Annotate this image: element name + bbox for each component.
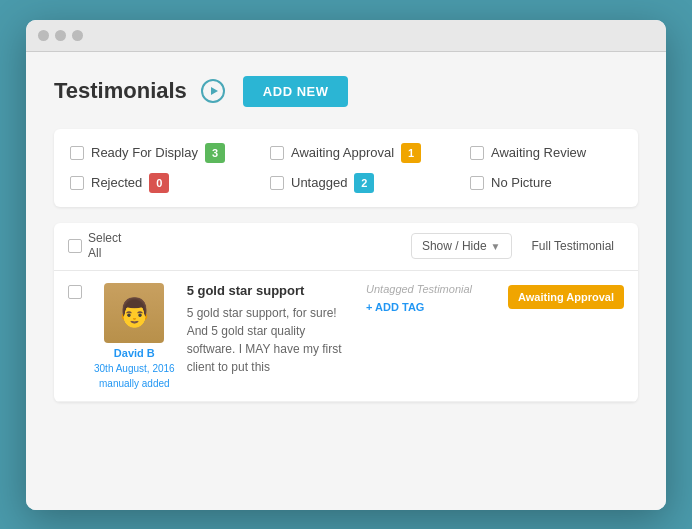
filter-ready-checkbox[interactable] (70, 146, 84, 160)
show-hide-label: Show / Hide (422, 239, 487, 253)
filter-rejected-label: Rejected (91, 175, 142, 190)
filter-untagged-badge: 2 (354, 173, 374, 193)
filter-rejected-checkbox[interactable] (70, 176, 84, 190)
filter-nopicture-label: No Picture (491, 175, 552, 190)
filter-review-label: Awaiting Review (491, 145, 586, 160)
svg-marker-1 (211, 87, 218, 95)
play-icon[interactable] (201, 79, 225, 103)
filter-review[interactable]: Awaiting Review (470, 145, 666, 160)
untagged-label: Untagged Testimonial (366, 283, 496, 295)
filter-awaiting-badge: 1 (401, 143, 421, 163)
add-tag-button[interactable]: + ADD TAG (366, 301, 496, 313)
select-all-checkbox[interactable] (68, 239, 82, 253)
filter-untagged-label: Untagged (291, 175, 347, 190)
row-checkbox[interactable] (68, 285, 82, 299)
filter-awaiting-label: Awaiting Approval (291, 145, 394, 160)
dot-red (38, 30, 49, 41)
testimonial-body: 5 gold star support, for sure! And 5 gol… (187, 304, 354, 376)
filter-ready-badge: 3 (205, 143, 225, 163)
filter-untagged-checkbox[interactable] (270, 176, 284, 190)
table-section: SelectAll Show / Hide ▼ Full Testimonial… (54, 223, 638, 402)
filter-row-1: Ready For Display 3 Awaiting Approval 1 … (70, 143, 622, 163)
full-testimonial-label: Full Testimonial (522, 234, 624, 258)
table-row: 👨 David B 30th August, 2016 manually add… (54, 271, 638, 402)
filters-panel: Ready For Display 3 Awaiting Approval 1 … (54, 129, 638, 207)
testimonial-text-section: 5 gold star support 5 gold star support,… (187, 283, 354, 376)
browser-content: Testimonials ADD NEW Ready For Display 3 (26, 52, 666, 510)
filter-nopicture-checkbox[interactable] (470, 176, 484, 190)
avatar-date: 30th August, 2016 (94, 363, 175, 374)
avatar-face: 👨 (104, 283, 164, 343)
table-toolbar: SelectAll Show / Hide ▼ Full Testimonial (54, 223, 638, 271)
filter-untagged[interactable]: Untagged 2 (270, 173, 470, 193)
browser-window: Testimonials ADD NEW Ready For Display 3 (26, 20, 666, 510)
testimonial-title: 5 gold star support (187, 283, 354, 298)
dot-yellow (55, 30, 66, 41)
filter-review-checkbox[interactable] (470, 146, 484, 160)
add-new-button[interactable]: ADD NEW (243, 76, 349, 107)
avatar-name[interactable]: David B (114, 347, 155, 359)
avatar: 👨 (104, 283, 164, 343)
filter-row-2: Rejected 0 Untagged 2 No Picture (70, 173, 622, 193)
avatar-section: 👨 David B 30th August, 2016 manually add… (94, 283, 175, 389)
select-all-label: SelectAll (88, 231, 121, 262)
select-all-area[interactable]: SelectAll (68, 231, 121, 262)
page-title: Testimonials (54, 78, 187, 104)
show-hide-dropdown[interactable]: Show / Hide ▼ (411, 233, 512, 259)
status-badge[interactable]: Awaiting Approval (508, 285, 624, 309)
filter-ready-label: Ready For Display (91, 145, 198, 160)
header-row: Testimonials ADD NEW (54, 76, 638, 107)
dot-green (72, 30, 83, 41)
titlebar (26, 20, 666, 52)
filter-awaiting-checkbox[interactable] (270, 146, 284, 160)
dropdown-arrow-icon: ▼ (491, 241, 501, 252)
filter-rejected[interactable]: Rejected 0 (70, 173, 270, 193)
filter-rejected-badge: 0 (149, 173, 169, 193)
filter-ready[interactable]: Ready For Display 3 (70, 143, 270, 163)
avatar-note: manually added (99, 378, 170, 389)
filter-nopicture[interactable]: No Picture (470, 175, 666, 190)
tag-section: Untagged Testimonial + ADD TAG (366, 283, 496, 313)
filter-awaiting[interactable]: Awaiting Approval 1 (270, 143, 470, 163)
